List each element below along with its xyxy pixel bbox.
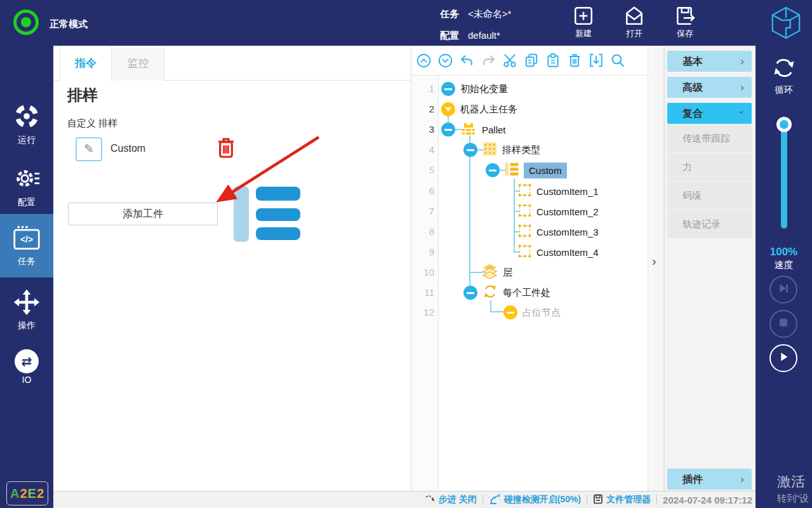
item-conveyor-tracking[interactable]: 传送带跟踪 <box>667 124 752 152</box>
tree-row-pallet[interactable]: 3 Pallet <box>411 119 648 140</box>
badge-char: 2 <box>37 486 44 500</box>
chevron-right-icon: › <box>740 77 744 98</box>
line-number: 10 <box>411 262 434 283</box>
pallet-graphic-item <box>256 187 300 201</box>
stop-button[interactable] <box>769 310 797 338</box>
annotation-arrow <box>53 46 411 491</box>
copy-icon[interactable] <box>524 53 539 68</box>
search-icon[interactable] <box>610 53 625 68</box>
custom-layout-icon <box>505 162 519 179</box>
tree-row-foreach-workpiece[interactable]: 11 每个工件处 <box>411 283 648 303</box>
collapse-toggle-icon[interactable] <box>486 163 500 177</box>
badge-char: 2 <box>20 486 27 500</box>
category-plugin[interactable]: 插件› <box>667 469 752 490</box>
collapse-toggle-icon[interactable] <box>463 286 477 300</box>
expand-toggle-icon[interactable] <box>441 102 455 116</box>
panel-collapse-strip[interactable]: › <box>648 46 664 491</box>
tree-row-custom-item[interactable]: 7 CustomItem_2 <box>411 201 648 222</box>
cut-icon[interactable] <box>502 53 517 68</box>
placeholder-node-icon <box>503 305 517 319</box>
tree-row-main-task[interactable]: 2 机器人主任务 <box>411 99 648 119</box>
edit-name-button[interactable]: ✎ <box>76 137 102 161</box>
tab-monitor[interactable]: 监控 <box>112 46 164 81</box>
speed-slider-track[interactable] <box>781 124 787 229</box>
task-config-meta: 任务<未命名>* 配置default* <box>440 6 511 49</box>
pencil-icon: ✎ <box>84 142 94 156</box>
robot-status-indicator[interactable] <box>13 10 39 35</box>
move-arrows-icon <box>13 307 41 318</box>
skip-end-icon <box>776 281 790 298</box>
status-divider <box>656 495 657 505</box>
tree-row-placeholder[interactable]: 12 占位节点 <box>411 302 648 323</box>
sidebar-item-label: 操作 <box>0 320 53 331</box>
item-force[interactable]: 力 <box>667 153 752 181</box>
speed-slider-handle[interactable] <box>776 117 792 132</box>
page-title: 排样 <box>67 85 98 105</box>
line-number: 2 <box>411 99 434 119</box>
activation-watermark-line1: 激活 <box>777 472 805 491</box>
collapse-toggle-icon[interactable] <box>441 123 455 137</box>
sidebar-item-run[interactable]: 运行 <box>0 102 53 146</box>
undo-icon[interactable] <box>459 53 474 68</box>
tree-row-layout-type[interactable]: 4 排样类型 <box>411 140 648 160</box>
collapse-all-icon[interactable] <box>416 53 431 68</box>
redo-icon[interactable] <box>481 53 496 68</box>
item-palletizing[interactable]: 码垛 <box>667 182 752 210</box>
step-to-end-button[interactable] <box>769 276 797 304</box>
delete-layout-button[interactable] <box>216 136 236 163</box>
new-button[interactable]: 新建 <box>567 5 600 39</box>
delete-icon[interactable] <box>567 53 582 68</box>
badge-char: E <box>28 486 37 500</box>
marquee-icon <box>518 244 531 260</box>
badge-char: A <box>10 486 20 500</box>
task-label: 任务 <box>440 8 459 19</box>
sidebar-item-config[interactable]: 配置 <box>0 164 53 208</box>
item-track-record[interactable]: 轨迹记录 <box>667 210 752 238</box>
tree-row-layer[interactable]: 10 层 <box>411 262 648 283</box>
status-dot <box>21 17 31 27</box>
config-value: default* <box>468 30 500 41</box>
loop-mode-button[interactable]: 循环 <box>755 55 812 96</box>
sidebar-item-io[interactable]: ⇄ IO <box>0 349 53 385</box>
collision-detection-status[interactable]: 碰撞检测开启(50%) <box>489 493 581 507</box>
chevron-right-icon: › <box>740 51 744 72</box>
pallet-graphic-item <box>256 208 300 221</box>
loop-arrows-icon <box>771 72 797 83</box>
save-button[interactable]: 保存 <box>669 5 702 39</box>
line-number: 12 <box>411 302 434 323</box>
sidebar-item-operate[interactable]: 操作 <box>0 288 53 331</box>
open-button[interactable]: 打开 <box>618 5 651 39</box>
open-file-icon <box>618 5 651 27</box>
step-mode-status[interactable]: 步进 关闭 <box>425 494 477 506</box>
line-number: 9 <box>411 242 434 262</box>
stop-icon <box>777 316 790 331</box>
collapse-toggle-icon[interactable] <box>441 82 455 96</box>
paste-icon[interactable] <box>545 53 561 68</box>
tree-row-custom-item[interactable]: 9 CustomItem_4 <box>411 242 648 262</box>
tree-node-label: Pallet <box>482 124 506 135</box>
tree-row-init-vars[interactable]: 1 初始化变量 <box>411 79 648 99</box>
category-basic[interactable]: 基本› <box>667 51 752 72</box>
sidebar-item-label: 运行 <box>0 135 53 146</box>
trash-icon <box>216 151 236 162</box>
insert-icon[interactable] <box>589 53 604 68</box>
collapse-toggle-icon[interactable] <box>463 143 477 157</box>
expand-all-icon[interactable] <box>437 53 453 68</box>
tree-row-custom-item[interactable]: 8 CustomItem_3 <box>411 222 648 242</box>
tab-command[interactable]: 指令 <box>60 46 112 81</box>
device-badge[interactable]: A2E2 <box>6 481 48 505</box>
category-advanced[interactable]: 高级› <box>667 77 752 98</box>
activation-watermark-line2: 转到"设 <box>777 493 809 505</box>
open-button-label: 打开 <box>618 28 651 39</box>
io-icon: ⇄ <box>15 349 39 373</box>
tree-row-custom[interactable]: 5 Custom <box>411 160 648 180</box>
play-button[interactable] <box>769 344 797 372</box>
file-manager-label: 文件管理器 <box>606 494 651 505</box>
marquee-icon <box>518 204 531 220</box>
sidebar-item-task[interactable]: </> 任务 <box>0 214 53 277</box>
tree-node-label: 每个工件处 <box>503 287 550 299</box>
file-manager-button[interactable]: 文件管理器 <box>593 494 651 506</box>
add-workpiece-button[interactable]: 添加工件 <box>68 203 218 225</box>
tree-row-custom-item[interactable]: 6 CustomItem_1 <box>411 181 648 201</box>
category-compound[interactable]: 复合› <box>667 103 752 124</box>
